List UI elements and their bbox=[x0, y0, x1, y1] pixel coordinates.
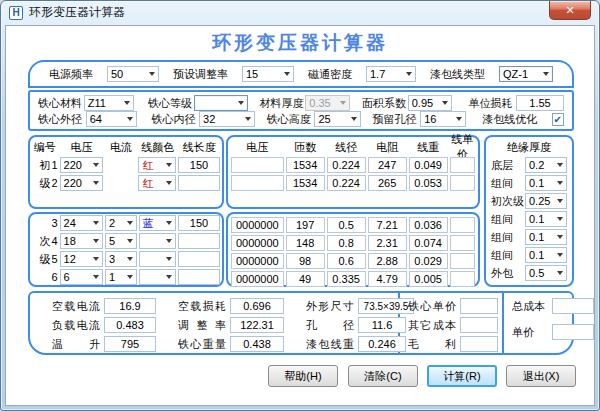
secondary4-wirelength-input[interactable] bbox=[178, 233, 220, 249]
primary2-wirecolor-dropdown[interactable]: 红 bbox=[138, 175, 176, 191]
secondary3-current-dropdown[interactable]: 2 bbox=[105, 215, 137, 231]
result-voltage-cell[interactable]: 0000000 bbox=[231, 217, 284, 233]
clear-button[interactable]: 清除(C) bbox=[348, 365, 418, 387]
result-voltage-cell[interactable]: 0000000 bbox=[231, 253, 284, 269]
secondary5-wirecolor-dropdown[interactable] bbox=[139, 251, 176, 267]
calculate-button[interactable]: 计算(R) bbox=[427, 365, 497, 387]
result-voltage-cell[interactable]: 0000000 bbox=[231, 271, 284, 287]
primary1-voltage-dropdown[interactable]: 220 bbox=[60, 157, 103, 173]
result-weight-cell[interactable]: 0.005 bbox=[409, 271, 448, 287]
insulation-interlayer-dropdown[interactable]: 0.1 bbox=[525, 175, 567, 191]
other-cost-input[interactable] bbox=[460, 317, 498, 333]
chevron-down-icon bbox=[166, 257, 172, 261]
result-turns-cell[interactable]: 49 bbox=[286, 271, 325, 287]
result-resistance-cell[interactable]: 247 bbox=[368, 157, 407, 173]
help-button[interactable]: 帮助(H) bbox=[268, 365, 338, 387]
secondary3-voltage-dropdown[interactable]: 24 bbox=[60, 215, 103, 231]
close-button[interactable]: ✕ bbox=[549, 1, 591, 20]
primary1-wirelength-input[interactable] bbox=[178, 157, 220, 173]
secondary3-wirecolor-dropdown[interactable]: 蓝 bbox=[139, 215, 176, 231]
result-weight-cell[interactable]: 0.074 bbox=[409, 235, 448, 251]
secondary5-wirelength-input[interactable] bbox=[178, 251, 220, 267]
result-price-cell[interactable] bbox=[450, 253, 475, 269]
result-diameter-cell[interactable]: 0.5 bbox=[327, 217, 366, 233]
result-weight-cell[interactable]: 0.049 bbox=[409, 157, 448, 173]
result-diameter-cell[interactable]: 0.6 bbox=[327, 253, 366, 269]
result-weight-cell[interactable]: 0.029 bbox=[409, 253, 448, 269]
primary1-wirecolor-dropdown[interactable]: 红 bbox=[138, 157, 176, 173]
core-od-dropdown[interactable]: 64 bbox=[86, 111, 138, 127]
core-weight-value[interactable] bbox=[230, 336, 284, 352]
result-diameter-cell[interactable]: 0.224 bbox=[327, 157, 366, 173]
secondary6-voltage-dropdown[interactable]: 6 bbox=[60, 269, 103, 285]
result-resistance-cell[interactable]: 265 bbox=[368, 175, 407, 191]
result-turns-cell[interactable]: 98 bbox=[286, 253, 325, 269]
area-factor-dropdown[interactable]: 0.95 bbox=[408, 95, 453, 111]
hole-diameter-value[interactable] bbox=[358, 317, 406, 333]
secondary4-wirecolor-dropdown[interactable] bbox=[139, 233, 176, 249]
result-price-cell[interactable] bbox=[450, 271, 475, 287]
chevron-down-icon bbox=[166, 181, 172, 185]
result-resistance-cell[interactable]: 2.31 bbox=[368, 235, 407, 251]
secondary6-current-dropdown[interactable]: 1 bbox=[105, 269, 137, 285]
regulation-value[interactable] bbox=[230, 317, 284, 333]
insulation-outer-dropdown[interactable]: 0.5 bbox=[525, 265, 567, 281]
insulation-bottom-dropdown[interactable]: 0.2 bbox=[525, 157, 567, 173]
core-height-dropdown[interactable]: 25 bbox=[314, 111, 360, 127]
core-id-dropdown[interactable]: 32 bbox=[199, 111, 255, 127]
secondary6-wirecolor-dropdown[interactable] bbox=[139, 269, 176, 285]
result-price-cell[interactable] bbox=[450, 217, 475, 233]
result-voltage-cell[interactable] bbox=[231, 157, 284, 173]
flux-density-dropdown[interactable]: 1.7 bbox=[366, 66, 416, 82]
result-price-cell[interactable] bbox=[450, 235, 475, 251]
result-turns-cell[interactable]: 148 bbox=[286, 235, 325, 251]
insulation-interlayer-dropdown[interactable]: 0.1 bbox=[525, 211, 567, 227]
exit-button[interactable]: 退出(X) bbox=[506, 365, 576, 387]
result-price-cell[interactable] bbox=[450, 157, 475, 173]
gross-profit-input[interactable] bbox=[460, 336, 498, 352]
outer-size-value[interactable] bbox=[358, 298, 414, 314]
result-weight-cell[interactable]: 0.036 bbox=[409, 217, 448, 233]
no-load-current-value[interactable] bbox=[104, 298, 156, 314]
preset-regulation-dropdown[interactable]: 15 bbox=[242, 66, 294, 82]
secondary4-voltage-dropdown[interactable]: 18 bbox=[60, 233, 103, 249]
total-cost-value[interactable] bbox=[552, 298, 594, 314]
result-voltage-cell[interactable]: 0000000 bbox=[231, 235, 284, 251]
result-turns-cell[interactable]: 197 bbox=[286, 217, 325, 233]
title-bar[interactable]: H 环形变压器计算器 ✕ bbox=[1, 1, 599, 24]
insulation-interlayer-dropdown[interactable]: 0.1 bbox=[525, 247, 567, 263]
result-resistance-cell[interactable]: 4.79 bbox=[368, 271, 407, 287]
result-diameter-cell[interactable]: 0.8 bbox=[327, 235, 366, 251]
load-current-value[interactable] bbox=[104, 317, 156, 333]
wire-type-dropdown[interactable]: QZ-1 bbox=[499, 66, 553, 82]
reserved-hole-dropdown[interactable]: 16 bbox=[420, 111, 466, 127]
result-voltage-cell[interactable] bbox=[231, 175, 284, 191]
insulation-interlayer-dropdown[interactable]: 0.1 bbox=[525, 229, 567, 245]
result-diameter-cell[interactable]: 0.335 bbox=[327, 271, 366, 287]
result-price-cell[interactable] bbox=[450, 175, 475, 191]
secondary3-wirelength-input[interactable] bbox=[178, 215, 220, 231]
primary2-voltage-dropdown[interactable]: 220 bbox=[60, 175, 103, 191]
unit-price-value[interactable] bbox=[552, 324, 594, 340]
result-diameter-cell[interactable]: 0.224 bbox=[327, 175, 366, 191]
wire-weight-value[interactable] bbox=[358, 336, 406, 352]
secondary5-current-dropdown[interactable]: 3 bbox=[105, 251, 137, 267]
temp-rise-value[interactable] bbox=[104, 336, 156, 352]
result-turns-cell[interactable]: 1534 bbox=[286, 157, 325, 173]
wire-optimize-checkbox[interactable]: ✔ bbox=[552, 113, 564, 126]
core-grade-dropdown[interactable] bbox=[194, 95, 248, 111]
no-load-loss-value[interactable] bbox=[230, 298, 284, 314]
result-resistance-cell[interactable]: 2.88 bbox=[368, 253, 407, 269]
core-price-input[interactable] bbox=[460, 298, 498, 314]
result-resistance-cell[interactable]: 7.21 bbox=[368, 217, 407, 233]
power-frequency-dropdown[interactable]: 50 bbox=[107, 66, 159, 82]
secondary6-wirelength-input[interactable] bbox=[178, 269, 220, 285]
result-turns-cell[interactable]: 1534 bbox=[286, 175, 325, 191]
secondary4-current-dropdown[interactable]: 5 bbox=[105, 233, 137, 249]
insulation-pri-sec-dropdown[interactable]: 0.25 bbox=[525, 193, 567, 209]
secondary5-voltage-dropdown[interactable]: 12 bbox=[60, 251, 103, 267]
result-weight-cell[interactable]: 0.053 bbox=[409, 175, 448, 191]
unit-loss-input[interactable] bbox=[516, 95, 564, 111]
primary2-wirelength-input[interactable] bbox=[178, 175, 220, 191]
core-material-dropdown[interactable]: Z11 bbox=[84, 95, 134, 111]
